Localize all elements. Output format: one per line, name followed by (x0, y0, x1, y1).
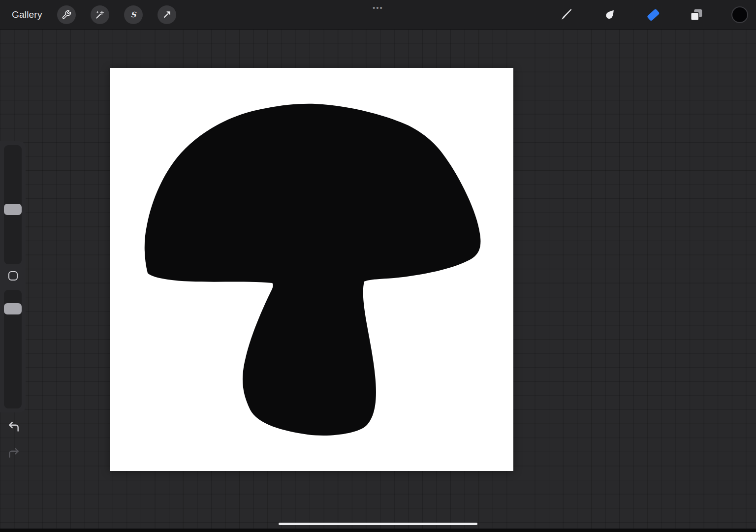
opacity-slider[interactable] (4, 290, 22, 408)
layers-icon (689, 7, 704, 22)
smudge-finger-icon (602, 7, 617, 22)
drawing-canvas[interactable] (110, 68, 513, 471)
toolbar-right-group (558, 0, 756, 30)
mushroom-artwork (145, 104, 481, 436)
color-swatch-button[interactable] (731, 6, 748, 23)
gallery-button[interactable]: Gallery (12, 9, 42, 20)
top-toolbar: Gallery S (0, 0, 756, 30)
home-indicator[interactable] (279, 523, 477, 525)
toolbar-left-group: Gallery S (0, 5, 176, 24)
undo-arrow-icon (7, 420, 20, 433)
layers-button[interactable] (688, 6, 705, 23)
move-arrow-icon (162, 10, 172, 20)
actions-button[interactable] (57, 5, 76, 24)
wrench-icon (62, 10, 71, 20)
opacity-handle[interactable] (4, 303, 22, 314)
transform-button[interactable] (158, 5, 176, 24)
bottom-bezel (0, 529, 756, 532)
smudge-tool-button[interactable] (601, 6, 618, 23)
eraser-icon (645, 7, 661, 23)
square-icon (8, 271, 18, 281)
magic-wand-icon (95, 10, 105, 20)
erase-tool-button[interactable] (645, 6, 662, 23)
redo-arrow-icon (7, 446, 20, 459)
artwork-layer (110, 68, 513, 471)
selection-s-icon: S (128, 10, 138, 20)
paint-tool-button[interactable] (558, 6, 575, 23)
undo-button[interactable] (6, 419, 21, 434)
svg-text:S: S (130, 10, 136, 19)
canvas-options-dots[interactable]: ••• (373, 4, 383, 11)
procreate-app-screen: Gallery S (0, 0, 756, 532)
redo-button[interactable] (6, 445, 21, 460)
paintbrush-icon (559, 7, 574, 22)
brush-size-handle[interactable] (4, 204, 22, 215)
modify-button[interactable] (5, 268, 20, 283)
selection-button[interactable]: S (124, 5, 143, 24)
color-swatch (731, 6, 748, 23)
brush-size-slider[interactable] (4, 145, 22, 264)
brush-sidebar (0, 141, 26, 412)
adjustments-button[interactable] (91, 5, 109, 24)
